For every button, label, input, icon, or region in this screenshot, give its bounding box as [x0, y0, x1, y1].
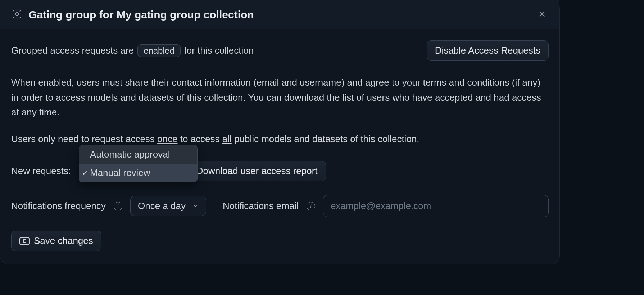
description-2: Users only need to request access once t… [11, 132, 549, 147]
download-button-label: Download user access report [196, 165, 318, 177]
gating-group-modal: Gating group for My gating group collect… [0, 0, 560, 264]
desc2-once: once [157, 133, 177, 144]
new-requests-label: New requests: [11, 165, 71, 177]
close-icon [538, 10, 546, 19]
disable-access-requests-button[interactable]: Disable Access Requests [427, 40, 549, 61]
desc2-p3: public models and datasets of this colle… [232, 133, 419, 144]
status-suffix: for this collection [184, 45, 254, 56]
save-row: E Save changes [11, 231, 549, 251]
status-prefix: Grouped access requests are [11, 45, 134, 56]
status-text: Grouped access requests are enabled for … [11, 44, 254, 57]
status-row: Grouped access requests are enabled for … [11, 40, 549, 61]
notifications-frequency-select[interactable]: Once a day [130, 196, 206, 216]
save-button-label: Save changes [34, 235, 93, 246]
modal-header: Gating group for My gating group collect… [0, 0, 559, 30]
svg-point-0 [15, 13, 19, 16]
save-changes-button[interactable]: E Save changes [11, 231, 101, 251]
option-label: Automatic approval [90, 149, 170, 160]
disable-button-label: Disable Access Requests [435, 45, 540, 56]
notifications-email-label: Notifications email [223, 200, 299, 212]
info-icon[interactable]: i [307, 202, 315, 210]
new-requests-dropdown: Automatic approval ✓ Manual review [79, 145, 198, 182]
description-text: When enabled, users must share their con… [11, 75, 549, 120]
notifications-frequency-label: Notifications frequency [11, 200, 106, 212]
close-button[interactable] [536, 8, 549, 21]
dropdown-option-manual-review[interactable]: ✓ Manual review [79, 164, 197, 182]
desc2-all: all [222, 133, 232, 144]
notifications-email-input[interactable] [323, 195, 549, 217]
option-label: Manual review [90, 167, 150, 178]
check-icon: ✓ [82, 169, 88, 177]
download-user-access-report-button[interactable]: Download user access report [175, 161, 326, 181]
info-icon[interactable]: i [114, 202, 122, 210]
modal-body: Grouped access requests are enabled for … [0, 30, 559, 264]
dropdown-option-automatic-approval[interactable]: Automatic approval [79, 145, 197, 164]
frequency-value: Once a day [138, 200, 186, 212]
settings-icon [11, 8, 23, 21]
header-left: Gating group for My gating group collect… [11, 8, 254, 21]
new-requests-row: New requests: Manual review Automatic ap… [11, 161, 549, 181]
desc2-p1: Users only need to request access [11, 133, 157, 144]
keyboard-key-icon: E [19, 237, 30, 245]
chevron-down-icon [192, 200, 199, 212]
notifications-row: Notifications frequency i Once a day Not… [11, 195, 549, 217]
enabled-pill: enabled [137, 44, 180, 57]
modal-title: Gating group for My gating group collect… [28, 9, 254, 21]
desc2-p2: to access [178, 133, 222, 144]
